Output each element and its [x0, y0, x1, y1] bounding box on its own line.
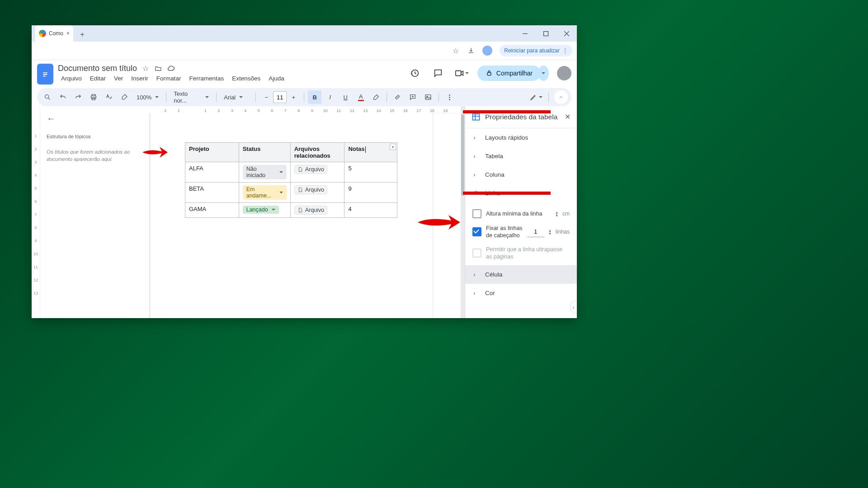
zoom-select[interactable]: 100%: [133, 91, 162, 103]
cell-projeto[interactable]: ALFA: [185, 162, 239, 183]
th-notas[interactable]: Notas▾: [344, 143, 397, 162]
font-size-input[interactable]: [273, 91, 287, 103]
highlight-color-button[interactable]: [369, 90, 383, 104]
section-cell[interactable]: ›Célula: [465, 265, 577, 284]
move-folder-icon[interactable]: [154, 65, 162, 73]
document-table[interactable]: Projeto Status Arquivos relacionados Not…: [185, 142, 397, 218]
section-quick-layouts[interactable]: ›Layouts rápidos: [465, 128, 577, 147]
status-chip[interactable]: Em andame...: [243, 185, 287, 200]
menu-ajuda[interactable]: Ajuda: [265, 74, 288, 83]
share-button[interactable]: Compartilhar: [477, 66, 541, 81]
comments-icon[interactable]: [430, 66, 446, 81]
history-icon[interactable]: [407, 66, 422, 81]
cell-status[interactable]: Não iniciado: [239, 162, 290, 183]
option-min-height[interactable]: Altura mínima da linha ▴▾ cm: [472, 206, 571, 221]
bookmark-star-icon[interactable]: ☆: [452, 47, 460, 55]
status-chip[interactable]: Não iniciado: [243, 165, 287, 179]
th-status[interactable]: Status: [239, 143, 290, 162]
menu-editar[interactable]: Editar: [87, 74, 109, 83]
download-icon[interactable]: [467, 47, 475, 55]
menu-ver[interactable]: Ver: [111, 74, 126, 83]
menu-inserir[interactable]: Inserir: [128, 74, 151, 83]
menu-extensoes[interactable]: Extensões: [229, 74, 264, 83]
underline-button[interactable]: U: [339, 90, 352, 104]
section-column[interactable]: ›Coluna: [465, 165, 577, 184]
share-dropdown[interactable]: [538, 66, 549, 81]
bold-button[interactable]: B: [308, 90, 321, 104]
spellcheck-icon[interactable]: [102, 90, 116, 104]
more-toolbar-button[interactable]: [443, 90, 456, 104]
window-minimize-button[interactable]: [514, 25, 535, 42]
table-header-row[interactable]: Projeto Status Arquivos relacionados Not…: [185, 143, 397, 162]
cell-status[interactable]: Em andame...: [239, 183, 290, 203]
text-cursor: [365, 146, 366, 153]
option-pin-header[interactable]: Fixar as linhas de cabeçalho ▴▾ linhas: [472, 221, 571, 243]
print-icon[interactable]: [87, 90, 100, 104]
font-size-decrease[interactable]: −: [259, 90, 273, 104]
font-select[interactable]: Arial: [220, 91, 252, 103]
insert-link-button[interactable]: [391, 90, 404, 104]
cell-arquivo[interactable]: Arquivo: [290, 162, 344, 183]
file-chip[interactable]: Arquivo: [294, 185, 327, 194]
status-chip[interactable]: Lançado: [243, 206, 279, 214]
doc-title[interactable]: Documento sem título: [58, 64, 137, 73]
th-projeto[interactable]: Projeto: [185, 143, 239, 162]
file-chip[interactable]: Arquivo: [294, 165, 327, 174]
svg-rect-19: [425, 95, 431, 100]
menu-ferramentas[interactable]: Ferramentas: [186, 74, 227, 83]
tab-close-button[interactable]: ×: [66, 30, 70, 37]
restart-to-update-button[interactable]: Reiniciar para atualizar ⋮: [500, 45, 572, 56]
cell-notas[interactable]: 9: [344, 183, 397, 203]
table-row[interactable]: ALFA Não iniciado Arquivo 5: [185, 162, 397, 183]
star-icon[interactable]: ☆: [142, 65, 150, 73]
menu-arquivo[interactable]: Arquivo: [58, 74, 85, 83]
menu-formatar[interactable]: Formatar: [153, 74, 184, 83]
document-canvas[interactable]: 2112345678910111213141516171819 Projeto …: [150, 106, 465, 318]
min-height-checkbox[interactable]: [472, 209, 481, 218]
search-icon[interactable]: [41, 90, 54, 104]
text-color-button[interactable]: A: [354, 90, 368, 104]
cell-arquivo[interactable]: Arquivo: [290, 183, 344, 203]
insert-comment-button[interactable]: [406, 90, 420, 104]
section-row[interactable]: ›Linha: [465, 184, 577, 202]
outline-collapse-button[interactable]: ←: [47, 113, 143, 124]
table-row[interactable]: BETA Em andame... Arquivo 9: [185, 183, 397, 203]
paint-format-icon[interactable]: [118, 90, 131, 104]
undo-icon[interactable]: [56, 90, 70, 104]
section-color[interactable]: ›Cor: [465, 284, 577, 302]
collapse-toolbar-button[interactable]: [554, 90, 568, 104]
th-arquivos[interactable]: Arquivos relacionados: [290, 143, 344, 162]
insert-image-button[interactable]: [421, 90, 435, 104]
stepper-icon[interactable]: ▴▾: [549, 229, 551, 235]
cell-status[interactable]: Lançado: [239, 203, 290, 218]
paragraph-style-select[interactable]: Texto nor...: [170, 91, 212, 103]
pin-header-input[interactable]: [527, 227, 544, 237]
page[interactable]: Projeto Status Arquivos relacionados Not…: [150, 113, 433, 318]
cell-notas[interactable]: 4: [344, 203, 397, 218]
docs-logo-icon[interactable]: [37, 64, 53, 84]
pin-header-checkbox[interactable]: [472, 227, 481, 236]
editing-mode-button[interactable]: [529, 90, 543, 104]
account-avatar[interactable]: [557, 66, 571, 80]
stepper-icon[interactable]: ▴▾: [556, 211, 558, 217]
redo-icon[interactable]: [71, 90, 85, 104]
cell-projeto[interactable]: GAMA: [185, 203, 239, 218]
scrollbar-thumb[interactable]: [461, 114, 464, 196]
cell-arquivo[interactable]: Arquivo: [290, 203, 344, 218]
font-size-increase[interactable]: +: [287, 90, 300, 104]
italic-button[interactable]: I: [323, 90, 337, 104]
new-tab-button[interactable]: ＋: [76, 28, 89, 41]
cell-notas[interactable]: 5: [344, 162, 397, 183]
table-menu-icon[interactable]: ▾: [390, 144, 396, 150]
browser-tab[interactable]: Como ×: [35, 25, 73, 42]
cloud-status-icon[interactable]: [167, 65, 175, 73]
profile-avatar-small[interactable]: [482, 46, 492, 56]
panel-close-button[interactable]: ✕: [565, 113, 571, 121]
window-close-button[interactable]: [556, 25, 577, 42]
file-chip[interactable]: Arquivo: [294, 206, 327, 215]
table-row[interactable]: GAMA Lançado Arquivo 4: [185, 203, 397, 218]
cell-projeto[interactable]: BETA: [185, 183, 239, 203]
meet-icon[interactable]: [454, 66, 469, 81]
window-maximize-button[interactable]: [535, 25, 556, 42]
section-table[interactable]: ›Tabela: [465, 147, 577, 165]
